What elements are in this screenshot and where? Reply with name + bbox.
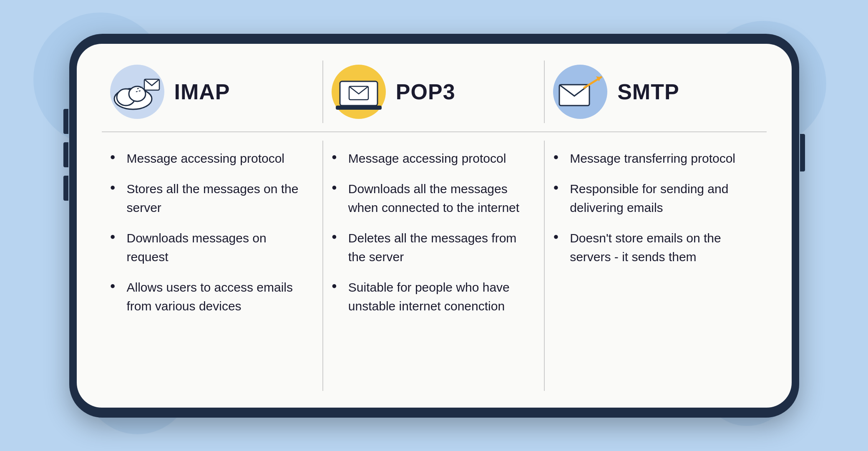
smtp-icon-circle — [553, 65, 607, 119]
phone-frame: IMAP — [69, 34, 799, 418]
col-header-pop3: POP3 — [323, 60, 545, 123]
phone-notch — [388, 34, 480, 44]
col-header-smtp: SMTP — [545, 60, 766, 123]
list-item: Downloads all the messages when connecte… — [332, 179, 531, 217]
smtp-icon — [553, 69, 607, 115]
imap-icon-circle — [110, 65, 164, 119]
col-content-imap: Message accessing protocol Stores all th… — [102, 141, 323, 391]
list-item: Suitable for people who have unstable in… — [332, 278, 531, 315]
list-item: Stores all the messages on the server — [110, 179, 310, 217]
smtp-bullet-list: Message transferring protocol Responsibl… — [553, 149, 754, 266]
pop3-icon-circle — [332, 65, 386, 119]
col-header-imap: IMAP — [102, 60, 323, 123]
pop3-bullet-list: Message accessing protocol Downloads all… — [332, 149, 531, 315]
pop3-title: POP3 — [396, 79, 455, 104]
list-item: Deletes all the messages from the server — [332, 229, 531, 266]
content-row: Message accessing protocol Stores all th… — [102, 141, 767, 391]
imap-bullet-list: Message accessing protocol Stores all th… — [110, 149, 310, 315]
list-item: Allows users to access emails from vario… — [110, 278, 310, 315]
header-row: IMAP — [102, 60, 767, 132]
list-item: Downloads messages on request — [110, 229, 310, 266]
table-container: IMAP — [77, 44, 792, 408]
svg-rect-7 — [336, 106, 382, 110]
list-item: Responsible for sending and delivering e… — [553, 179, 754, 217]
phone-wrapper: IMAP — [69, 34, 799, 418]
pop3-icon — [332, 69, 386, 115]
imap-icon — [110, 69, 164, 115]
list-item: Message accessing protocol — [332, 149, 531, 168]
list-item: Message accessing protocol — [110, 149, 310, 168]
imap-title: IMAP — [174, 79, 230, 104]
col-content-smtp: Message transferring protocol Responsibl… — [545, 141, 766, 391]
list-item: Message transferring protocol — [553, 149, 754, 168]
smtp-title: SMTP — [617, 79, 679, 104]
phone-screen: IMAP — [77, 44, 792, 408]
col-content-pop3: Message accessing protocol Downloads all… — [323, 141, 545, 391]
list-item: Doesn't store emails on the servers - it… — [553, 229, 754, 266]
